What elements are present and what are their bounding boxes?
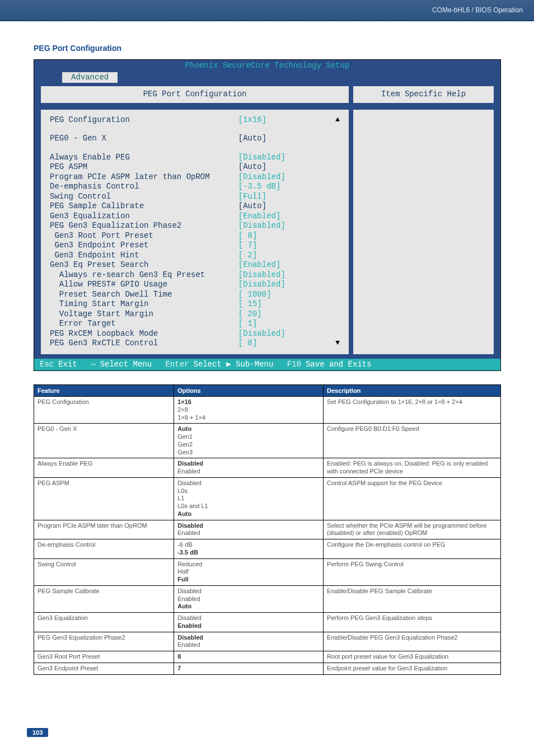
bios-setting-row[interactable]: Timing Start Margin[ 15] (50, 299, 340, 309)
cell-description: Configure the De-emphasis control on PEG (324, 539, 501, 559)
bios-setting-row[interactable]: PEG Gen3 Equalization Phase2[Disabled] (50, 221, 340, 231)
bios-setting-value[interactable]: [-3.5 dB] (238, 182, 281, 192)
bios-setting-label: Error Target (50, 319, 238, 329)
footer-select-menu: Select Menu (100, 360, 152, 370)
bios-setting-value[interactable]: [ 2] (238, 251, 257, 261)
bios-setting-value[interactable]: [ 1] (238, 319, 257, 329)
bios-setting-value[interactable]: [ 8] (238, 339, 257, 349)
cell-options: ReducedHalfFull (174, 558, 324, 585)
bios-setting-row[interactable]: PEG0 - Gen X[Auto] (50, 134, 340, 144)
cell-feature: Gen3 Root Port Preset (34, 651, 174, 663)
bios-setting-row[interactable]: Gen3 Endpoint Preset[ 7] (50, 241, 340, 251)
bios-setting-label: Always Enable PEG (50, 153, 238, 163)
cell-description: Root port preset value for Gen3 Equaliza… (324, 651, 501, 663)
bios-setting-row[interactable]: Gen3 Eq Preset Search[Enabled] (50, 260, 340, 270)
page-number: 103 (27, 728, 48, 737)
cell-description: Perform PEG Swing Control (324, 558, 501, 585)
bios-setting-value[interactable]: [ 7] (238, 241, 257, 251)
bios-setting-value[interactable]: [Auto] (238, 201, 266, 212)
col-options: Options (174, 385, 324, 397)
cell-description: Select whether the PCIe ASPM will be pro… (324, 520, 501, 539)
bios-setting-label: Timing Start Margin (50, 299, 238, 309)
bios-setting-row[interactable]: Always re-search Gen3 Eq Preset[Disabled… (50, 270, 340, 280)
cell-feature: Swing Control (34, 558, 174, 585)
bios-setting-value[interactable]: [ 15] (238, 299, 262, 309)
bios-setting-row[interactable]: PEG Gen3 RxCTLE Control[ 8]▼ (50, 339, 340, 349)
bios-setting-value[interactable]: [1x16] (238, 115, 266, 125)
bios-setting-label: PEG Sample Calibrate (50, 201, 238, 212)
scroll-up-arrow-icon[interactable]: ▲ (335, 115, 340, 125)
bios-setting-value[interactable]: [Disabled] (238, 221, 285, 231)
bios-setting-value[interactable]: [Enabled] (238, 212, 281, 222)
bios-help-panel (353, 110, 494, 354)
cell-description: Enabled: PEG is always on. Disabled: PEG… (324, 458, 501, 478)
bios-setting-value[interactable]: [ 1000] (238, 290, 271, 300)
key-esc: Esc (40, 360, 54, 370)
bios-setting-value[interactable]: [Disabled] (238, 153, 285, 163)
bios-setting-value[interactable]: [ 20] (238, 309, 262, 320)
bios-setting-value[interactable]: [Disabled] (238, 172, 285, 182)
cell-options: DisabledEnabled (174, 613, 324, 632)
cell-description: Endpoint preset value for Gen3 Equalizat… (324, 663, 501, 674)
bios-setting-row[interactable]: Voltage Start Margin[ 20] (50, 309, 340, 320)
cell-options: DisabledL0sL1L0s and L1Auto (174, 477, 324, 520)
bios-setting-row[interactable]: Gen3 Equalization[Enabled] (50, 212, 340, 222)
breadcrumb: COMe-bHL6 / BIOS Operation (432, 6, 523, 14)
bios-setting-row[interactable]: Gen3 Endpoint Hint[ 2] (50, 251, 340, 261)
footer-save-exit: Save and Exits (306, 360, 372, 370)
bios-title: Phoenix SecureCore Technology Setup (34, 60, 500, 72)
bios-setting-row[interactable]: Error Target[ 1] (50, 319, 340, 329)
cell-description: Control ASPM support for the PEG Device (324, 477, 501, 520)
bios-setting-row[interactable]: PEG Configuration[1x16]▲ (50, 115, 340, 125)
bios-setting-value[interactable]: [ 8] (238, 231, 257, 241)
bios-setting-row[interactable]: PEG Sample Calibrate[Auto] (50, 201, 340, 212)
cell-feature: PEG ASPM (34, 477, 174, 520)
table-row: Swing ControlReducedHalfFullPerform PEG … (34, 558, 501, 585)
bios-setting-row[interactable]: Allow PREST# GPIO Usage[Disabled] (50, 280, 340, 290)
bios-setting-value[interactable]: [Auto] (238, 134, 266, 144)
cell-feature: PEG0 - Gen X (34, 424, 174, 458)
table-row: Program PCIe ASPM later than OpROMDisabl… (34, 520, 501, 539)
bios-setting-label: PEG0 - Gen X (50, 134, 238, 144)
table-row: PEG Sample CalibrateDisabledEnabledAutoE… (34, 585, 501, 612)
bios-setting-value[interactable]: [Enabled] (238, 260, 281, 270)
cell-options: 8 (174, 651, 324, 663)
bios-setting-value[interactable]: [Disabled] (238, 280, 285, 290)
section-title: PEG Port Configuration (34, 44, 500, 53)
bios-setting-value[interactable]: [Disabled] (238, 270, 285, 280)
cell-feature: Program PCIe ASPM later than OpROM (34, 520, 174, 539)
cell-description: Perform PEG Gen3 Equalization steps (324, 613, 501, 632)
bios-setting-value[interactable]: [Disabled] (238, 329, 285, 339)
bios-setting-row[interactable]: Gen3 Root Port Preset[ 8] (50, 231, 340, 241)
bios-setting-row[interactable]: Swing Control[Full] (50, 192, 340, 202)
bios-setting-label: Program PCIe ASPM later than OpROM (50, 172, 238, 182)
cell-options: 1×162×81×8 + 1×4 (174, 397, 324, 424)
bios-tab-row: Advanced (34, 72, 500, 83)
bios-setting-row[interactable]: PEG ASPM[Auto] (50, 162, 340, 172)
cell-options: DisabledEnabledAuto (174, 585, 324, 612)
table-row: PEG Gen3 Equalization Phase2DisabledEnab… (34, 632, 501, 651)
bios-setting-label: PEG Configuration (50, 115, 238, 125)
bios-setup-screenshot: Phoenix SecureCore Technology Setup Adva… (34, 59, 501, 371)
footer-select-submenu: Select ▶ Sub-Menu (193, 360, 273, 370)
bios-setting-row[interactable]: Always Enable PEG[Disabled] (50, 153, 340, 163)
bios-setting-row[interactable]: PEG RxCEM Loopback Mode[Disabled] (50, 329, 340, 339)
bios-setting-label: Preset Search Dwell Time (50, 290, 238, 300)
bios-setting-row[interactable]: Program PCIe ASPM later than OpROM[Disab… (50, 172, 340, 182)
table-row: De-emphasis Control-6 dB-3.5 dBConfigure… (34, 539, 501, 559)
bios-setting-label: Gen3 Eq Preset Search (50, 260, 238, 270)
bios-setting-label: Allow PREST# GPIO Usage (50, 280, 238, 290)
bios-setting-label: PEG Gen3 Equalization Phase2 (50, 221, 238, 231)
bios-setting-row[interactable]: De-emphasis Control[-3.5 dB] (50, 182, 340, 192)
tab-advanced[interactable]: Advanced (62, 72, 118, 83)
arrows-icon: ↔ (91, 360, 95, 370)
scroll-down-arrow-icon[interactable]: ▼ (335, 339, 340, 349)
table-row: Gen3 EqualizationDisabledEnabledPerform … (34, 613, 501, 632)
bios-setting-label: PEG ASPM (50, 162, 238, 172)
bios-setting-row[interactable]: Preset Search Dwell Time[ 1000] (50, 290, 340, 300)
cell-feature: De-emphasis Control (34, 539, 174, 559)
cell-options: DisabledEnabled (174, 520, 324, 539)
table-row: PEG0 - Gen XAutoGen1Gen2Gen3Configure PE… (34, 424, 501, 458)
bios-setting-value[interactable]: [Full] (238, 192, 266, 202)
bios-setting-value[interactable]: [Auto] (238, 162, 266, 172)
